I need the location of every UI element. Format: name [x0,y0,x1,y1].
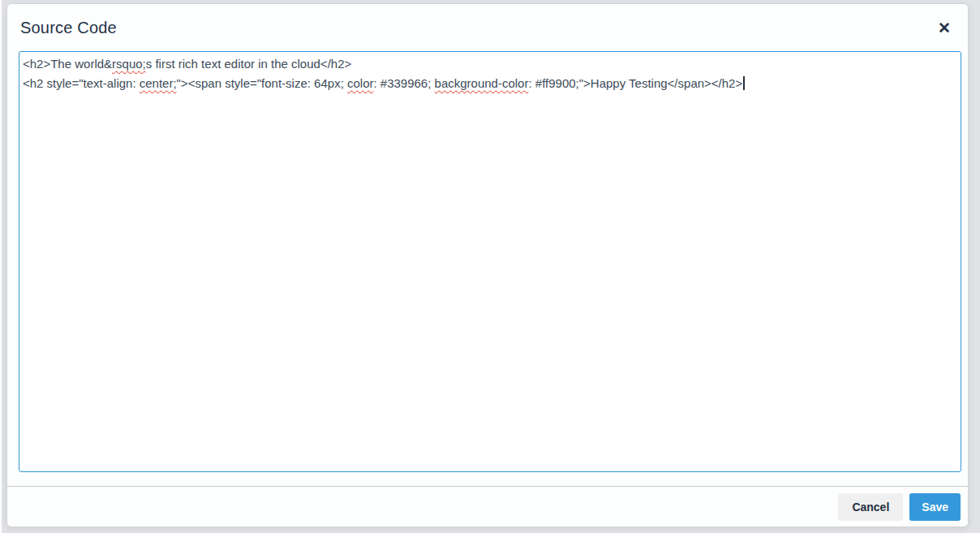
code-line: <h2>The world&rsquo;s first rich text ed… [23,54,957,74]
code-text: : #ff9900;">Happy Testing</span></h2> [528,76,742,90]
misspelled-code-text: center; [140,76,177,90]
text-caret [743,76,745,90]
code-line: <h2 style="text-align: center;"><span st… [23,74,957,93]
source-code-dialog: Source Code ✕ <h2>The world&rsquo;s firs… [6,3,969,527]
code-text: <h2 style="text-align: [23,76,140,90]
source-code-textarea[interactable]: <h2>The world&rsquo;s first rich text ed… [19,51,961,472]
code-text: <h2>The world& [23,57,112,71]
misspelled-code-text: background-color [435,76,529,90]
dialog-footer: Cancel Save [7,486,968,527]
dialog-title: Source Code [20,19,117,37]
dialog-header: Source Code ✕ [7,4,968,51]
dialog-body: <h2>The world&rsquo;s first rich text ed… [7,51,968,486]
code-text: "><span style="font-size: 64px; [177,76,347,90]
close-button[interactable]: ✕ [931,14,958,41]
page-background: Source Code ✕ <h2>The world&rsquo;s firs… [0,0,980,533]
code-text: : #339966; [373,76,434,90]
misspelled-code-text: rsquo; [112,57,146,71]
cancel-button[interactable]: Cancel [838,493,903,521]
save-button[interactable]: Save [909,493,961,521]
code-text: s first rich text editor in the cloud</h… [146,57,351,71]
misspelled-code-text: color [347,76,374,90]
close-icon: ✕ [938,19,951,37]
